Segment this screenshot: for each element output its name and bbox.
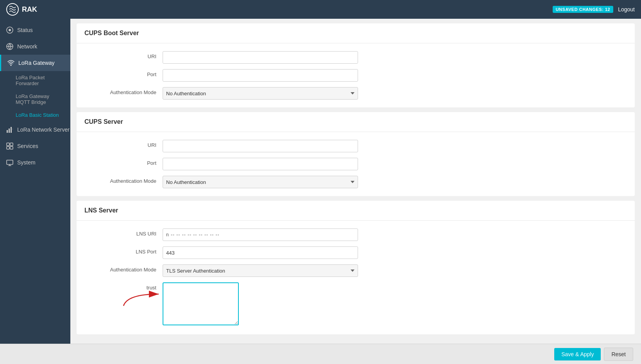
cups-boot-uri-label: URI <box>84 51 163 59</box>
arrow-container <box>163 282 467 327</box>
services-icon <box>6 143 13 150</box>
sidebar-item-lora-gateway[interactable]: LoRa Gateway <box>0 55 70 71</box>
lns-trust-row: trust <box>84 282 627 327</box>
svg-rect-6 <box>9 128 10 133</box>
svg-rect-5 <box>7 130 8 133</box>
logo-text: RAK <box>22 5 37 14</box>
cups-server-body: URI Port Authentication Mode No Authenti… <box>77 132 635 196</box>
circle-icon <box>6 27 13 34</box>
lns-trust-textarea[interactable] <box>163 282 239 325</box>
bar-chart-icon <box>6 126 13 133</box>
svg-rect-13 <box>7 160 13 164</box>
unsaved-badge: UNSAVED CHANGES: 12 <box>553 6 614 13</box>
svg-point-2 <box>9 29 11 31</box>
topbar-right: UNSAVED CHANGES: 12 Logout <box>553 6 635 13</box>
svg-rect-8 <box>13 129 13 129</box>
cups-boot-uri-row: URI <box>84 51 627 64</box>
lns-auth-select[interactable]: No Authentication TLS Server Authenticat… <box>163 264 358 277</box>
sidebar-item-services[interactable]: Services <box>0 138 70 154</box>
cups-boot-port-input[interactable] <box>163 69 358 82</box>
lns-port-label: LNS Port <box>84 246 163 255</box>
cups-server-uri-input[interactable] <box>163 140 358 152</box>
sidebar-item-lora-network-server[interactable]: LoRa Network Server <box>0 121 70 138</box>
sidebar-item-lora-gateway-label: LoRa Gateway <box>18 60 55 66</box>
lns-auth-row: Authentication Mode No Authentication TL… <box>84 264 627 277</box>
svg-rect-12 <box>10 146 13 149</box>
save-apply-button[interactable]: Save & Apply <box>554 348 601 360</box>
sidebar-sub-lora-basic-station-label: LoRa Basic Station <box>16 112 59 118</box>
cups-boot-auth-select[interactable]: No Authentication TLS Server Authenticat… <box>163 87 358 100</box>
sidebar-item-network[interactable]: Network <box>0 38 70 55</box>
rak-logo-icon <box>6 3 19 16</box>
wifi-icon <box>7 59 14 66</box>
lns-port-input[interactable] <box>163 246 358 259</box>
sidebar-item-status[interactable]: Status <box>0 22 70 38</box>
svg-rect-9 <box>7 143 9 146</box>
lns-server-title: LNS Server <box>77 201 635 221</box>
cups-server-title: CUPS Server <box>77 112 635 132</box>
sidebar-sub-lora-basic-station[interactable]: LoRa Basic Station <box>0 109 70 121</box>
network-icon <box>6 43 13 50</box>
cups-boot-server-body: URI Port Authentication Mode No Authenti… <box>77 43 635 107</box>
lns-uri-input[interactable] <box>163 228 358 241</box>
topbar: RAK UNSAVED CHANGES: 12 Logout <box>0 0 641 19</box>
sidebar-item-system[interactable]: System <box>0 154 70 171</box>
cups-server-auth-label: Authentication Mode <box>84 176 163 184</box>
svg-point-4 <box>11 65 12 66</box>
svg-rect-7 <box>11 127 12 133</box>
cups-server-section: CUPS Server URI Port Authentication Mode… <box>77 112 635 196</box>
cups-boot-server-title: CUPS Boot Server <box>77 23 635 43</box>
sidebar-sub-lora-gateway-mqtt-bridge[interactable]: LoRa Gateway MQTT Bridge <box>0 90 70 109</box>
lns-auth-label: Authentication Mode <box>84 264 163 273</box>
cups-server-port-row: Port <box>84 158 627 170</box>
lns-uri-row: LNS URI <box>84 228 627 241</box>
logo: RAK <box>6 3 37 16</box>
sidebar-item-status-label: Status <box>17 27 33 33</box>
sidebar-sub-lora-packet-forwarder[interactable]: LoRa Packet Forwarder <box>0 71 70 90</box>
cups-server-port-label: Port <box>84 158 163 166</box>
cups-boot-port-label: Port <box>84 69 163 77</box>
sidebar-sub-lora-gateway-mqtt-bridge-label: LoRa Gateway MQTT Bridge <box>16 93 49 105</box>
cups-server-auth-row: Authentication Mode No Authentication TL… <box>84 176 627 188</box>
content-area: CUPS Boot Server URI Port Authentication… <box>70 19 641 344</box>
lns-trust-label: trust <box>84 282 163 291</box>
sidebar: Status Network LoRa Gateway LoRa Packet … <box>0 19 70 344</box>
system-icon <box>6 159 13 166</box>
cups-boot-auth-row: Authentication Mode No Authentication TL… <box>84 87 627 100</box>
cups-server-port-input[interactable] <box>163 158 358 170</box>
cups-boot-port-row: Port <box>84 69 627 82</box>
cups-boot-auth-label: Authentication Mode <box>84 87 163 95</box>
lns-uri-label: LNS URI <box>84 228 163 237</box>
cups-server-uri-row: URI <box>84 140 627 152</box>
bottom-bar: Save & Apply Reset <box>0 344 641 364</box>
lns-server-section: LNS Server LNS URI LNS Port Authenticati… <box>77 201 635 334</box>
sidebar-item-lora-network-server-label: LoRa Network Server <box>17 127 70 133</box>
svg-rect-11 <box>7 146 9 149</box>
sidebar-item-services-label: Services <box>17 143 38 149</box>
reset-button[interactable]: Reset <box>604 348 633 361</box>
svg-rect-10 <box>10 143 13 146</box>
sidebar-item-system-label: System <box>17 159 36 166</box>
cups-boot-server-section: CUPS Boot Server URI Port Authentication… <box>77 23 635 107</box>
main-layout: Status Network LoRa Gateway LoRa Packet … <box>0 19 641 344</box>
lns-server-body: LNS URI LNS Port Authentication Mode No … <box>77 221 635 334</box>
cups-boot-uri-input[interactable] <box>163 51 358 64</box>
logout-button[interactable]: Logout <box>618 6 635 12</box>
bottom-spacer <box>70 339 641 344</box>
cups-server-uri-label: URI <box>84 140 163 148</box>
lns-port-row: LNS Port <box>84 246 627 259</box>
sidebar-sub-lora-packet-forwarder-label: LoRa Packet Forwarder <box>16 75 45 86</box>
sidebar-item-network-label: Network <box>17 43 37 50</box>
cups-server-auth-select[interactable]: No Authentication TLS Server Authenticat… <box>163 176 358 188</box>
